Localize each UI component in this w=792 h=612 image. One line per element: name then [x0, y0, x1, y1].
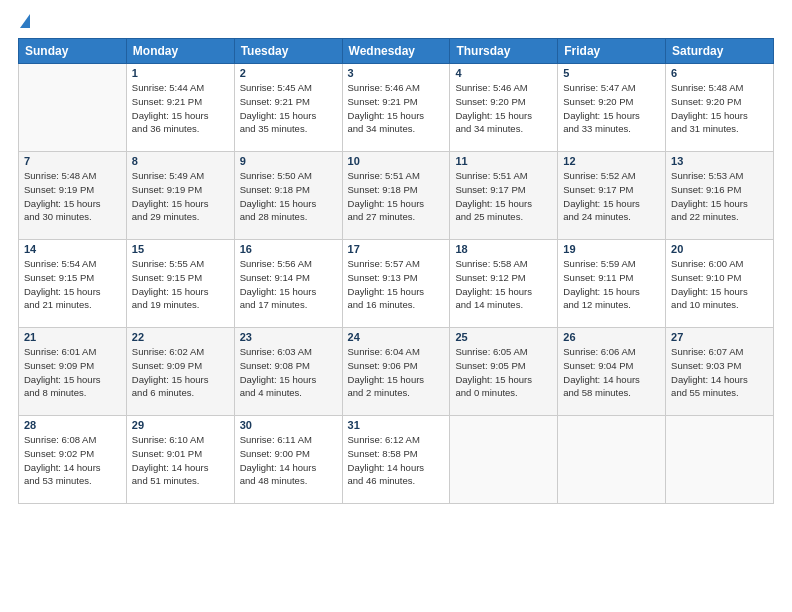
day-number: 15	[132, 243, 229, 255]
day-number: 4	[455, 67, 552, 79]
day-info: Sunrise: 5:46 AMSunset: 9:21 PMDaylight:…	[348, 81, 445, 136]
day-info: Sunrise: 5:47 AMSunset: 9:20 PMDaylight:…	[563, 81, 660, 136]
day-cell: 15Sunrise: 5:55 AMSunset: 9:15 PMDayligh…	[126, 240, 234, 328]
day-number: 26	[563, 331, 660, 343]
day-number: 8	[132, 155, 229, 167]
day-cell: 31Sunrise: 6:12 AMSunset: 8:58 PMDayligh…	[342, 416, 450, 504]
day-number: 17	[348, 243, 445, 255]
day-info: Sunrise: 6:01 AMSunset: 9:09 PMDaylight:…	[24, 345, 121, 400]
day-cell: 26Sunrise: 6:06 AMSunset: 9:04 PMDayligh…	[558, 328, 666, 416]
day-cell: 24Sunrise: 6:04 AMSunset: 9:06 PMDayligh…	[342, 328, 450, 416]
day-number: 24	[348, 331, 445, 343]
day-info: Sunrise: 5:54 AMSunset: 9:15 PMDaylight:…	[24, 257, 121, 312]
day-number: 22	[132, 331, 229, 343]
day-number: 28	[24, 419, 121, 431]
day-cell: 5Sunrise: 5:47 AMSunset: 9:20 PMDaylight…	[558, 64, 666, 152]
day-number: 25	[455, 331, 552, 343]
day-number: 18	[455, 243, 552, 255]
day-cell: 14Sunrise: 5:54 AMSunset: 9:15 PMDayligh…	[19, 240, 127, 328]
day-info: Sunrise: 5:59 AMSunset: 9:11 PMDaylight:…	[563, 257, 660, 312]
day-info: Sunrise: 6:12 AMSunset: 8:58 PMDaylight:…	[348, 433, 445, 488]
col-header-sunday: Sunday	[19, 39, 127, 64]
col-header-saturday: Saturday	[666, 39, 774, 64]
day-info: Sunrise: 5:48 AMSunset: 9:20 PMDaylight:…	[671, 81, 768, 136]
day-info: Sunrise: 6:11 AMSunset: 9:00 PMDaylight:…	[240, 433, 337, 488]
day-cell: 17Sunrise: 5:57 AMSunset: 9:13 PMDayligh…	[342, 240, 450, 328]
col-header-tuesday: Tuesday	[234, 39, 342, 64]
day-info: Sunrise: 5:58 AMSunset: 9:12 PMDaylight:…	[455, 257, 552, 312]
day-number: 7	[24, 155, 121, 167]
day-number: 1	[132, 67, 229, 79]
day-cell: 2Sunrise: 5:45 AMSunset: 9:21 PMDaylight…	[234, 64, 342, 152]
day-info: Sunrise: 5:48 AMSunset: 9:19 PMDaylight:…	[24, 169, 121, 224]
week-row-3: 14Sunrise: 5:54 AMSunset: 9:15 PMDayligh…	[19, 240, 774, 328]
day-number: 10	[348, 155, 445, 167]
day-cell	[450, 416, 558, 504]
day-info: Sunrise: 5:44 AMSunset: 9:21 PMDaylight:…	[132, 81, 229, 136]
day-cell: 9Sunrise: 5:50 AMSunset: 9:18 PMDaylight…	[234, 152, 342, 240]
day-number: 21	[24, 331, 121, 343]
day-number: 5	[563, 67, 660, 79]
day-number: 3	[348, 67, 445, 79]
day-number: 13	[671, 155, 768, 167]
page: SundayMondayTuesdayWednesdayThursdayFrid…	[0, 0, 792, 612]
week-row-4: 21Sunrise: 6:01 AMSunset: 9:09 PMDayligh…	[19, 328, 774, 416]
day-cell: 10Sunrise: 5:51 AMSunset: 9:18 PMDayligh…	[342, 152, 450, 240]
day-info: Sunrise: 6:00 AMSunset: 9:10 PMDaylight:…	[671, 257, 768, 312]
day-info: Sunrise: 6:10 AMSunset: 9:01 PMDaylight:…	[132, 433, 229, 488]
day-info: Sunrise: 5:51 AMSunset: 9:17 PMDaylight:…	[455, 169, 552, 224]
day-number: 30	[240, 419, 337, 431]
calendar: SundayMondayTuesdayWednesdayThursdayFrid…	[18, 38, 774, 504]
day-cell	[666, 416, 774, 504]
day-info: Sunrise: 5:46 AMSunset: 9:20 PMDaylight:…	[455, 81, 552, 136]
day-cell: 4Sunrise: 5:46 AMSunset: 9:20 PMDaylight…	[450, 64, 558, 152]
header-row: SundayMondayTuesdayWednesdayThursdayFrid…	[19, 39, 774, 64]
day-cell: 20Sunrise: 6:00 AMSunset: 9:10 PMDayligh…	[666, 240, 774, 328]
day-number: 12	[563, 155, 660, 167]
day-cell: 22Sunrise: 6:02 AMSunset: 9:09 PMDayligh…	[126, 328, 234, 416]
header	[18, 16, 774, 28]
day-number: 6	[671, 67, 768, 79]
day-info: Sunrise: 5:52 AMSunset: 9:17 PMDaylight:…	[563, 169, 660, 224]
day-info: Sunrise: 6:06 AMSunset: 9:04 PMDaylight:…	[563, 345, 660, 400]
day-number: 14	[24, 243, 121, 255]
day-info: Sunrise: 5:55 AMSunset: 9:15 PMDaylight:…	[132, 257, 229, 312]
day-number: 11	[455, 155, 552, 167]
day-cell: 12Sunrise: 5:52 AMSunset: 9:17 PMDayligh…	[558, 152, 666, 240]
logo	[18, 16, 30, 28]
day-cell: 16Sunrise: 5:56 AMSunset: 9:14 PMDayligh…	[234, 240, 342, 328]
day-cell: 21Sunrise: 6:01 AMSunset: 9:09 PMDayligh…	[19, 328, 127, 416]
day-info: Sunrise: 5:57 AMSunset: 9:13 PMDaylight:…	[348, 257, 445, 312]
day-cell: 23Sunrise: 6:03 AMSunset: 9:08 PMDayligh…	[234, 328, 342, 416]
day-cell: 25Sunrise: 6:05 AMSunset: 9:05 PMDayligh…	[450, 328, 558, 416]
day-info: Sunrise: 5:49 AMSunset: 9:19 PMDaylight:…	[132, 169, 229, 224]
day-cell: 28Sunrise: 6:08 AMSunset: 9:02 PMDayligh…	[19, 416, 127, 504]
day-number: 20	[671, 243, 768, 255]
day-cell: 8Sunrise: 5:49 AMSunset: 9:19 PMDaylight…	[126, 152, 234, 240]
day-cell	[558, 416, 666, 504]
day-cell: 7Sunrise: 5:48 AMSunset: 9:19 PMDaylight…	[19, 152, 127, 240]
day-info: Sunrise: 5:51 AMSunset: 9:18 PMDaylight:…	[348, 169, 445, 224]
day-cell: 11Sunrise: 5:51 AMSunset: 9:17 PMDayligh…	[450, 152, 558, 240]
day-info: Sunrise: 5:45 AMSunset: 9:21 PMDaylight:…	[240, 81, 337, 136]
day-number: 23	[240, 331, 337, 343]
day-cell: 19Sunrise: 5:59 AMSunset: 9:11 PMDayligh…	[558, 240, 666, 328]
day-cell: 13Sunrise: 5:53 AMSunset: 9:16 PMDayligh…	[666, 152, 774, 240]
day-info: Sunrise: 6:03 AMSunset: 9:08 PMDaylight:…	[240, 345, 337, 400]
day-info: Sunrise: 5:56 AMSunset: 9:14 PMDaylight:…	[240, 257, 337, 312]
day-cell: 18Sunrise: 5:58 AMSunset: 9:12 PMDayligh…	[450, 240, 558, 328]
day-number: 29	[132, 419, 229, 431]
day-cell: 3Sunrise: 5:46 AMSunset: 9:21 PMDaylight…	[342, 64, 450, 152]
logo-triangle-icon	[20, 14, 30, 28]
day-cell: 29Sunrise: 6:10 AMSunset: 9:01 PMDayligh…	[126, 416, 234, 504]
day-cell: 1Sunrise: 5:44 AMSunset: 9:21 PMDaylight…	[126, 64, 234, 152]
day-info: Sunrise: 6:08 AMSunset: 9:02 PMDaylight:…	[24, 433, 121, 488]
day-number: 19	[563, 243, 660, 255]
week-row-2: 7Sunrise: 5:48 AMSunset: 9:19 PMDaylight…	[19, 152, 774, 240]
day-cell: 6Sunrise: 5:48 AMSunset: 9:20 PMDaylight…	[666, 64, 774, 152]
day-number: 27	[671, 331, 768, 343]
day-info: Sunrise: 6:02 AMSunset: 9:09 PMDaylight:…	[132, 345, 229, 400]
day-number: 2	[240, 67, 337, 79]
col-header-wednesday: Wednesday	[342, 39, 450, 64]
day-info: Sunrise: 6:07 AMSunset: 9:03 PMDaylight:…	[671, 345, 768, 400]
